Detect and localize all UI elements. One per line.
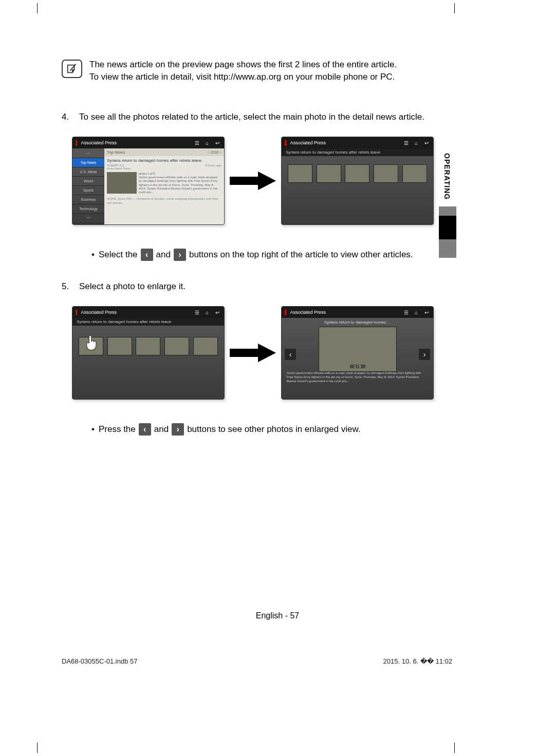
chevron-right-icon: › <box>174 249 186 261</box>
home-icon[interactable]: ⌂ <box>413 309 420 316</box>
back-icon[interactable]: ↩ <box>214 309 221 316</box>
photo-prev-button[interactable]: ‹ <box>285 349 296 360</box>
flow-arrow-icon <box>230 171 276 191</box>
section-tab-label: OPERATING <box>443 153 451 200</box>
note-icon <box>62 60 82 78</box>
photo-count: photo 1 of 5 <box>139 172 221 176</box>
sidebar-up-icon[interactable]: ︿ <box>72 148 104 158</box>
article-detail: Top News ‹ 2/10 › Syrians return to dama… <box>104 148 224 224</box>
chevron-left-icon: ‹ <box>139 423 151 436</box>
enlarged-caption: Syrian government officials walk on a ro… <box>282 369 433 386</box>
sidebar-item-world[interactable]: World <box>72 177 104 186</box>
strip-subheader: Syrians return to damaged homes after re… <box>282 148 433 156</box>
widgets-icon[interactable]: ☰ <box>193 139 200 146</box>
note-text: The news article on the preview page sho… <box>89 60 397 84</box>
screenshot-news-list: ▌Associated Press ☰ ⌂ ↩ ︿ Top News U.S. … <box>72 137 225 225</box>
sidebar-item-technology[interactable]: Technology <box>72 204 104 214</box>
figure-pair-2: ▌Associated Press ☰⌂↩ Syrians return to … <box>72 306 457 400</box>
enlarge-subheader: Syrians return to damaged homes ... <box>282 320 433 325</box>
thumbnail[interactable] <box>374 164 398 183</box>
home-icon[interactable]: ⌂ <box>413 139 420 146</box>
note-line-1: The news article on the preview page sho… <box>89 60 397 70</box>
flow-arrow-icon <box>230 343 276 363</box>
home-icon[interactable]: ⌂ <box>203 309 211 316</box>
step-5-number: 5. <box>62 281 74 292</box>
thumbnail[interactable] <box>345 164 369 183</box>
step-5-text: Select a photo to enlarge it. <box>79 281 186 292</box>
crop-mark-top <box>37 3 455 13</box>
thumbnail[interactable] <box>402 164 427 183</box>
thumbnail[interactable] <box>193 337 218 355</box>
brand-label: Associated Press <box>81 140 117 145</box>
widgets-icon[interactable]: ☰ <box>402 309 410 316</box>
photo-pager: 1 / 5 <box>350 365 365 368</box>
screenshot-enlarged-photo: ▌Associated Press ☰⌂↩ Syrians return to … <box>281 306 434 400</box>
home-icon[interactable]: ⌂ <box>203 139 211 146</box>
article-headline: Syrians return to damaged homes after re… <box>107 158 221 163</box>
step-4-number: 4. <box>62 112 74 122</box>
note-line-2: To view the article in detail, visit htt… <box>89 72 397 82</box>
thumbnail[interactable] <box>107 337 132 355</box>
titlebar-icons: ☰ ⌂ ↩ <box>193 139 221 146</box>
chevron-right-icon: › <box>172 423 184 436</box>
widgets-icon[interactable]: ☰ <box>402 139 410 146</box>
thumbnail[interactable] <box>164 337 189 355</box>
step-5: 5. Select a photo to enlarge it. <box>62 281 457 292</box>
next-article-icon[interactable]: › <box>220 150 221 155</box>
back-icon[interactable]: ↩ <box>423 309 430 316</box>
thumbnail[interactable] <box>317 164 341 183</box>
thumbnail[interactable] <box>136 337 160 355</box>
page-content: The news article on the preview page sho… <box>62 31 457 436</box>
step-4-text: To see all the photos related to the art… <box>79 112 424 122</box>
print-metadata: DA68-03055C-01.indb 57 2015. 10. 6. �� 1… <box>62 657 452 665</box>
thumbnail[interactable] <box>288 164 312 183</box>
sidebar-item-usnews[interactable]: U.S. News <box>72 167 104 177</box>
sidebar-item-business[interactable]: Business <box>72 195 104 204</box>
article-main-photo[interactable] <box>107 172 137 194</box>
back-icon[interactable]: ↩ <box>423 139 430 146</box>
back-icon[interactable]: ↩ <box>214 139 221 146</box>
print-file: DA68-03055C-01.indb 57 <box>62 657 137 665</box>
step-4: 4. To see all the photos related to the … <box>62 112 457 122</box>
photo-thumbnails <box>282 156 433 191</box>
bullet-press-arrows: • Press the ‹ and › buttons to see other… <box>91 423 457 436</box>
svg-marker-1 <box>230 344 276 362</box>
note-block: The news article on the preview page sho… <box>62 60 457 84</box>
photo-caption: Syrian government officials walk on a ro… <box>139 176 221 194</box>
time-ago: 8 hours ago <box>205 164 221 170</box>
category-sidebar: ︿ Top News U.S. News World Sports Busine… <box>72 148 104 224</box>
touch-hand-icon <box>84 334 100 352</box>
figure-pair-1: ▌Associated Press ☰ ⌂ ↩ ︿ Top News U.S. … <box>72 137 457 225</box>
bullet-select-arrows: • Select the ‹ and › buttons on the top … <box>91 249 457 261</box>
thumbnail[interactable] <box>79 337 103 355</box>
sidebar-item-sports[interactable]: Sports <box>72 186 104 195</box>
sidebar-down-icon[interactable]: ﹀ <box>72 214 104 223</box>
section-label: Top News <box>107 150 125 155</box>
sidebar-item-topnews[interactable]: Top News <box>72 158 104 167</box>
screenshot-photo-strip: ▌Associated Press ☰⌂↩ Syrians return to … <box>281 137 434 225</box>
screenshot-select-photo: ▌Associated Press ☰⌂↩ Syrians return to … <box>72 306 225 400</box>
article-pager: 2/10 <box>211 150 219 155</box>
widgets-icon[interactable]: ☰ <box>193 309 200 316</box>
photo-next-button[interactable]: › <box>419 349 430 360</box>
section-tab: OPERATING <box>439 149 456 303</box>
crop-mark-bottom <box>37 743 455 753</box>
print-timestamp: 2015. 10. 6. �� 11:02 <box>383 657 452 665</box>
article-preview-text: HOMS, Syria (AP) — Hundreds of Syrians, … <box>107 197 221 205</box>
svg-marker-0 <box>230 172 276 190</box>
page-number: English - 57 <box>0 611 555 620</box>
chevron-left-icon: ‹ <box>141 249 153 261</box>
prev-article-icon[interactable]: ‹ <box>208 150 209 155</box>
